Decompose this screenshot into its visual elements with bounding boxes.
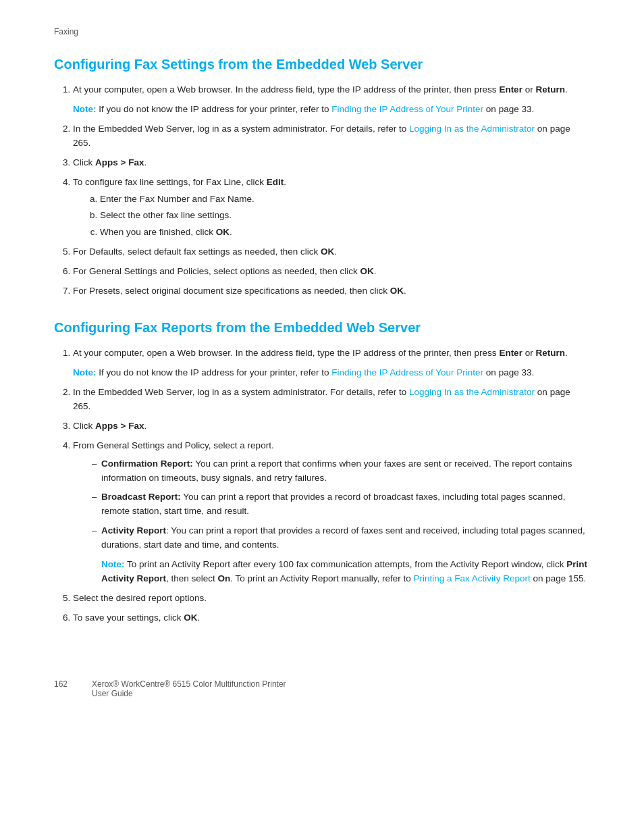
footer: 162 Xerox® WorkCentre® 6515 Color Multif… [54,679,590,698]
footer-text: Xerox® WorkCentre® 6515 Color Multifunct… [92,679,286,698]
step1-text: At your computer, open a Web browser. In… [73,84,568,95]
footer-guide: User Guide [92,689,286,698]
section1-step1: At your computer, open a Web browser. In… [73,83,590,117]
bullet-broad-bold: Broadcast Report: [101,492,181,502]
activity-note-label: Note: [101,559,125,569]
section2-step2: In the Embedded Web Server, log in as a … [73,386,590,414]
section-fax-reports: Configuring Fax Reports from the Embedde… [54,320,590,625]
step2-text: In the Embedded Web Server, log in as a … [73,124,409,134]
s2-step2-link[interactable]: Logging In as the Administrator [409,387,535,397]
bullet-conf-bold: Confirmation Report: [101,459,193,469]
s2-step1-return: Return [535,348,565,358]
section1-heading: Configuring Fax Settings from the Embedd… [54,57,590,72]
bullet-activity: Activity Report: You can print a report … [92,524,590,586]
footer-product: Xerox® WorkCentre® 6515 Color Multifunct… [92,679,286,689]
section2-step4: From General Settings and Policy, select… [73,439,590,586]
step1-return: Return [535,84,565,95]
s2-step3-bold: Apps > Fax [95,421,144,431]
section1-step4: To configure fax line settings, for Fax … [73,176,590,240]
step1-note-text: If you do not know the IP address for yo… [99,104,331,114]
step1-note-link[interactable]: Finding the IP Address of Your Printer [331,104,483,114]
section1-step2: In the Embedded Web Server, log in as a … [73,122,590,151]
section1-step7: For Presets, select original document si… [73,284,590,298]
bullet-confirmation: Confirmation Report: You can print a rep… [92,457,590,486]
s2-step1-enter: Enter [499,348,522,358]
section2-heading: Configuring Fax Reports from the Embedde… [54,320,590,336]
activity-note-bold2: On [218,573,231,583]
step4c: When you are finished, click OK. [100,226,590,240]
step3-text: Click Apps > Fax. [73,157,146,167]
step6-ok: OK [360,266,374,276]
activity-note-link[interactable]: Printing a Fax Activity Report [413,573,530,583]
step4-substeps: Enter the Fax Number and Fax Name. Selec… [100,192,590,240]
s2-step1-note: Note: If you do not know the IP address … [73,366,590,380]
step4-text: To configure fax line settings, for Fax … [73,177,286,187]
section1-step6: For General Settings and Policies, selec… [73,265,590,279]
step1-note-after: on page 33. [483,104,534,114]
section2-step6: To save your settings, click OK. [73,611,590,625]
step3-bold: Apps > Fax [95,157,144,167]
section2-steps: At your computer, open a Web browser. In… [73,346,590,625]
s2-step1-note-label: Note: [73,367,97,377]
section1-step3: Click Apps > Fax. [73,156,590,170]
s2-step6-ok: OK [184,613,197,623]
section-fax-settings: Configuring Fax Settings from the Embedd… [54,57,590,298]
s2-step1-note-link[interactable]: Finding the IP Address of Your Printer [331,367,483,377]
section2-step1: At your computer, open a Web browser. In… [73,346,590,380]
footer-page: 162 [54,679,78,689]
step1-note: Note: If you do not know the IP address … [73,103,590,117]
bullet-broadcast: Broadcast Report: You can print a report… [92,490,590,519]
section2-step3: Click Apps > Fax. [73,419,590,434]
step4c-ok: OK [216,227,230,237]
step4-bold: Edit [267,177,284,187]
bullet-act-bold: Activity Report [101,525,166,536]
activity-note: Note: To print an Activity Report after … [101,558,590,586]
section2-step5: Select the desired report options. [73,592,590,606]
step1-note-label: Note: [73,104,97,114]
step5-ok: OK [321,246,334,257]
breadcrumb: Faxing [54,27,590,36]
step7-ok: OK [390,286,404,296]
step2-link[interactable]: Logging In as the Administrator [409,124,535,134]
section1-steps: At your computer, open a Web browser. In… [73,83,590,298]
step4a: Enter the Fax Number and Fax Name. [100,192,590,207]
section1-step5: For Defaults, select default fax setting… [73,245,590,259]
s2-step4-bullets: Confirmation Report: You can print a rep… [92,457,590,586]
step1-enter: Enter [499,84,522,95]
step4b: Select the other fax line settings. [100,209,590,223]
